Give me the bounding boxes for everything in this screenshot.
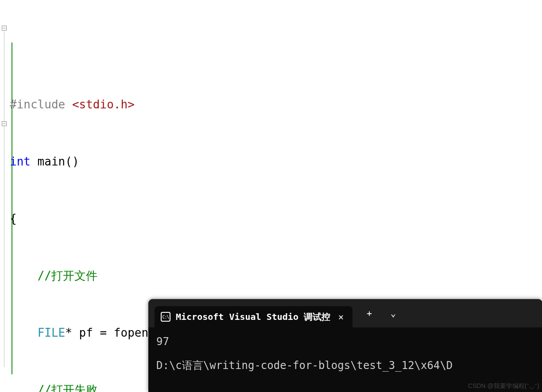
new-tab-button[interactable]: + [359,303,380,324]
terminal-body[interactable]: 97 D:\c语言\writing-code-for-blogs\test_3_… [148,327,542,380]
code-line: { [10,209,542,228]
code-line: #include <stdio.h> [10,95,542,114]
terminal-tab[interactable]: C:\ Microsoft Visual Studio 调试控 ✕ [155,306,352,327]
code-line: int main() [10,152,542,171]
tab-dropdown-button[interactable]: ⌄ [383,303,404,324]
fold-main[interactable]: − [2,26,7,31]
terminal-icon: C:\ [161,312,170,322]
terminal-title: Microsoft Visual Studio 调试控 [176,311,330,323]
terminal-window[interactable]: C:\ Microsoft Visual Studio 调试控 ✕ + ⌄ 97… [148,299,542,392]
terminal-output-line: D:\c语言\writing-code-for-blogs\test_3_12\… [156,357,534,373]
code-line: //打开文件 [10,266,542,285]
watermark: CSDN @我要学编程(ᵔ◡ᵔ) [468,382,539,390]
close-icon[interactable]: ✕ [336,311,346,322]
terminal-titlebar[interactable]: C:\ Microsoft Visual Studio 调试控 ✕ + ⌄ [148,299,542,327]
gutter: − − [0,0,9,392]
terminal-output-line: 97 [156,334,534,350]
fold-if[interactable]: − [2,121,7,126]
